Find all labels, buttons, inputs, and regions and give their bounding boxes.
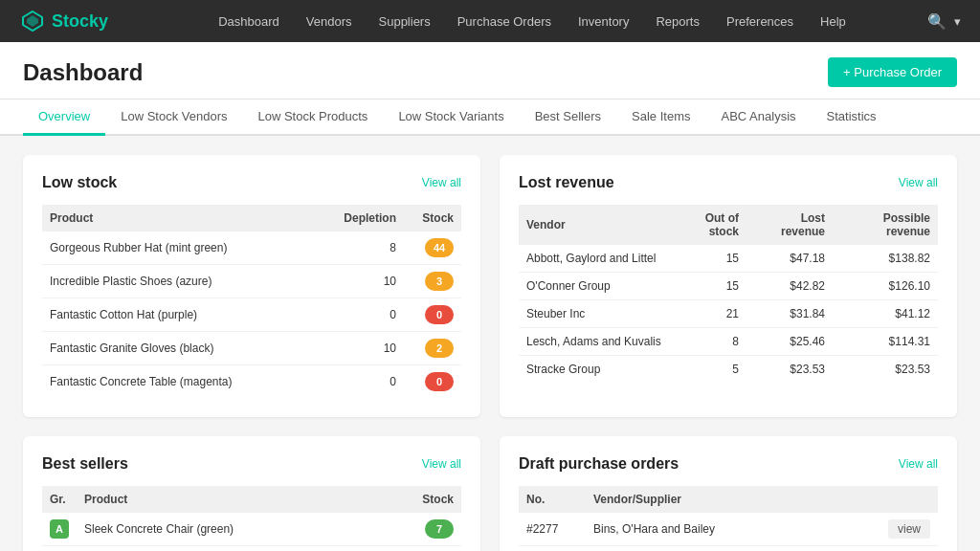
vendor-supplier-name: Bins, O'Hara and Bailey (586, 513, 880, 546)
tab-sale-items[interactable]: Sale Items (616, 99, 705, 136)
nav-help[interactable]: Help (809, 7, 858, 36)
depletion-value: 10 (327, 332, 404, 365)
low-stock-title: Low stock (42, 174, 117, 191)
nav-suppliers[interactable]: Suppliers (368, 7, 442, 36)
col-no: No. (519, 486, 586, 513)
vendor-name: Stracke Group (519, 356, 670, 384)
col-depletion: Depletion (327, 205, 404, 231)
depletion-value: 10 (327, 265, 404, 298)
table-row: Gorgeous Rubber Hat (mint green) 8 44 (42, 231, 461, 265)
depletion-value: 0 (327, 365, 404, 399)
lost-revenue-value: $25.46 (746, 328, 833, 356)
table-row: A Sleek Concrete Chair (green) 7 (42, 513, 461, 546)
nav-inventory[interactable]: Inventory (567, 7, 640, 36)
tabs-bar: Overview Low Stock Vendors Low Stock Pro… (0, 99, 980, 136)
product-name: Gorgeous Rubber Hat (mint green) (42, 231, 327, 265)
table-row: Lesch, Adams and Kuvalis 8 $25.46 $114.3… (519, 328, 938, 356)
possible-revenue-value: $114.31 (833, 328, 938, 356)
lost-revenue-view-all[interactable]: View all (899, 176, 938, 189)
stock-badge: 0 (404, 365, 461, 399)
lost-revenue-value: $42.82 (746, 273, 833, 300)
depletion-value: 0 (327, 298, 404, 332)
out-of-stock-value: 8 (670, 328, 746, 356)
table-row: #2255 Skiles Group view (519, 546, 938, 552)
table-row: Fantastic Concrete Table (magenta) 0 0 (42, 365, 461, 399)
top-nav: Stocky Dashboard Vendors Suppliers Purch… (0, 0, 980, 42)
lost-revenue-table: Vendor Out of stock Lost revenue Possibl… (519, 205, 938, 383)
lost-revenue-header: Lost revenue View all (519, 174, 938, 191)
nav-preferences[interactable]: Preferences (715, 7, 805, 36)
table-row: Abbott, Gaylord and Littel 15 $47.18 $13… (519, 245, 938, 273)
stock-badge: 44 (404, 546, 461, 552)
draft-orders-table: No. Vendor/Supplier #2277 Bins, O'Hara a… (519, 486, 938, 551)
col-stock: Stock (404, 205, 461, 231)
vendor-name: Abbott, Gaylord and Littel (519, 245, 670, 273)
vendor-name: O'Conner Group (519, 273, 670, 300)
tab-low-stock-variants[interactable]: Low Stock Variants (383, 99, 519, 136)
low-stock-header: Low stock View all (42, 174, 461, 191)
vendor-supplier-name: Skiles Group (586, 546, 880, 552)
view-order-button[interactable]: view (888, 519, 930, 539)
vendor-name: Steuber Inc (519, 300, 670, 328)
possible-revenue-value: $138.82 (833, 245, 938, 273)
more-icon[interactable]: ▾ (954, 14, 961, 29)
draft-orders-header: Draft purchase orders View all (519, 455, 938, 473)
table-row: Steuber Inc 21 $31.84 $41.12 (519, 300, 938, 328)
out-of-stock-value: 15 (670, 273, 746, 300)
product-name: Sleek Concrete Chair (green) (77, 513, 404, 546)
grade-badge: A (42, 546, 77, 552)
nav-reports[interactable]: Reports (644, 7, 711, 36)
product-name: Gorgeous Rubber Hat (mint green) (77, 546, 404, 552)
product-name: Fantastic Concrete Table (magenta) (42, 365, 327, 399)
tab-low-stock-vendors[interactable]: Low Stock Vendors (105, 99, 242, 136)
col-gr: Gr. (42, 486, 77, 513)
stock-badge: 7 (404, 513, 461, 546)
stock-badge: 44 (404, 231, 461, 265)
product-name: Fantastic Cotton Hat (purple) (42, 298, 327, 332)
depletion-value: 8 (327, 231, 404, 265)
order-action: view (880, 513, 938, 546)
tab-overview[interactable]: Overview (23, 99, 105, 136)
best-sellers-view-all[interactable]: View all (422, 457, 461, 471)
order-number: #2277 (519, 513, 586, 546)
logo-text: Stocky (52, 11, 108, 32)
col-lost-rev: Lost revenue (746, 205, 833, 245)
tab-best-sellers[interactable]: Best Sellers (520, 99, 616, 136)
product-name: Fantastic Granite Gloves (black) (42, 332, 327, 365)
product-name: Incredible Plastic Shoes (azure) (42, 265, 327, 298)
nav-purchase-orders[interactable]: Purchase Orders (446, 7, 563, 36)
purchase-order-button[interactable]: + Purchase Order (828, 57, 957, 87)
draft-orders-title: Draft purchase orders (519, 455, 679, 473)
draft-orders-card: Draft purchase orders View all No. Vendo… (500, 436, 957, 551)
main-content: Low stock View all Product Depletion Sto… (0, 136, 980, 551)
search-icon[interactable]: 🔍 (927, 12, 947, 31)
nav-vendors[interactable]: Vendors (295, 7, 364, 36)
best-sellers-table: Gr. Product Stock A Sleek Concrete Chair… (42, 486, 461, 551)
table-row: Incredible Plastic Shoes (azure) 10 3 (42, 265, 461, 298)
lost-revenue-value: $31.84 (746, 300, 833, 328)
draft-orders-table-header: No. Vendor/Supplier (519, 486, 938, 513)
col-vendor: Vendor (519, 205, 670, 245)
stock-badge: 3 (404, 265, 461, 298)
nav-dashboard[interactable]: Dashboard (207, 7, 291, 36)
order-number: #2255 (519, 546, 586, 552)
col-action (880, 486, 938, 513)
possible-revenue-value: $126.10 (833, 273, 938, 300)
table-row: O'Conner Group 15 $42.82 $126.10 (519, 273, 938, 300)
col-product: Product (42, 205, 327, 231)
tab-statistics[interactable]: Statistics (812, 99, 892, 136)
best-sellers-title: Best sellers (42, 455, 128, 473)
possible-revenue-value: $41.12 (833, 300, 938, 328)
col-vendor-supplier: Vendor/Supplier (586, 486, 880, 513)
table-row: #2277 Bins, O'Hara and Bailey view (519, 513, 938, 546)
possible-revenue-value: $23.53 (833, 356, 938, 384)
draft-orders-view-all[interactable]: View all (899, 457, 938, 471)
tab-low-stock-products[interactable]: Low Stock Products (242, 99, 383, 136)
table-row: A Gorgeous Rubber Hat (mint green) 44 (42, 546, 461, 552)
tab-abc-analysis[interactable]: ABC Analysis (705, 99, 811, 136)
low-stock-view-all[interactable]: View all (422, 176, 461, 189)
table-row: Stracke Group 5 $23.53 $23.53 (519, 356, 938, 384)
col-bs-product: Product (77, 486, 404, 513)
stock-badge: 0 (404, 298, 461, 332)
lost-revenue-card: Lost revenue View all Vendor Out of stoc… (500, 155, 957, 417)
